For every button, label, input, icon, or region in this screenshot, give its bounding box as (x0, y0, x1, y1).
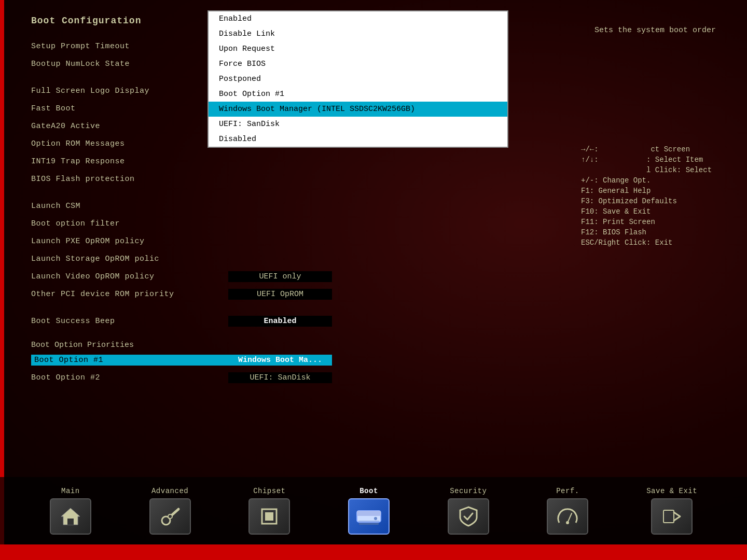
key-help-click-select: l Click: Select (581, 166, 737, 174)
dropdown-item-bootoption1[interactable]: Boot Option #1 (209, 87, 507, 102)
setting-label-pci: Other PCI device ROM priority (31, 290, 228, 299)
setting-label-biosflash: BIOS Flash protection (31, 175, 228, 184)
setting-row-beep: Boot Success Beep Enabled (31, 314, 726, 328)
nav-item-perf[interactable]: Perf. (547, 487, 588, 535)
nav-label-chipset: Chipset (253, 487, 285, 495)
nav-icon-boot[interactable] (348, 498, 390, 535)
svg-rect-1 (67, 519, 74, 525)
setting-label-launchcsm: Launch CSM (31, 202, 228, 211)
nav-icon-chipset[interactable] (248, 498, 290, 535)
boot-option2-row: Boot Option #2 UEFI: SanDisk (31, 370, 726, 385)
nav-icon-security[interactable] (448, 498, 489, 535)
nav-label-perf: Perf. (556, 487, 579, 495)
setting-label-fastboot: Fast Boot (31, 104, 228, 113)
bottom-bar (0, 544, 747, 560)
setting-label-beep: Boot Success Beep (31, 317, 228, 326)
svg-point-4 (168, 514, 172, 519)
main-content: Sets the system boot order Boot Configur… (10, 0, 747, 498)
nav-item-advanced[interactable]: Advanced (149, 487, 191, 535)
help-text-top: Sets the system boot order (594, 26, 716, 35)
key-help-f12: F12: BIOS Flash (581, 228, 737, 236)
key-help-f1: F1: General Help (581, 187, 737, 195)
key-help-panel: →/←: ct Screen ↑/↓: : Select Item l Clic… (581, 145, 737, 249)
setting-value-beep[interactable]: Enabled (228, 316, 332, 327)
svg-rect-6 (265, 512, 273, 521)
setting-label-optrom: Option ROM Messages (31, 139, 228, 148)
boot-option1-value[interactable]: Windows Boot Ma... (228, 355, 332, 366)
svg-point-11 (374, 517, 377, 520)
setting-row-pci: Other PCI device ROM priority UEFI OpROM (31, 287, 726, 301)
nav-item-boot[interactable]: Boot (348, 487, 390, 535)
setting-value-video[interactable]: UEFI only (228, 271, 332, 282)
dropdown-item-postponed[interactable]: Postponed (209, 72, 507, 87)
dropdown-item-windowsboot[interactable]: Windows Boot Manager (INTEL SSDSC2KW256G… (209, 102, 507, 117)
setting-label-bootfilter: Boot option filter (31, 219, 228, 228)
key-help-f10: F10: Save & Exit (581, 207, 737, 216)
setting-row-video: Launch Video OpROM policy UEFI only (31, 269, 726, 284)
nav-icon-perf[interactable] (547, 498, 588, 535)
boot-option2-value[interactable]: UEFI: SanDisk (228, 372, 332, 383)
dropdown-item-uefisandisk[interactable]: UEFI: SanDisk (209, 117, 507, 132)
key-help-change-opt: +/-: Change Opt. (581, 176, 737, 185)
dropdown-item-disabled[interactable]: Disabled (209, 132, 507, 147)
left-accent (0, 0, 4, 560)
nav-bar: Main Advanced Chipset (0, 477, 747, 544)
setting-label-int19: INT19 Trap Response (31, 157, 228, 166)
setting-value-pci[interactable]: UEFI OpROM (228, 289, 332, 300)
key-help-select-item: ↑/↓: : Select Item (581, 156, 737, 164)
svg-rect-8 (357, 511, 381, 516)
boot-option1-label: Boot Option #1 (31, 355, 228, 366)
boot-priorities-title: Boot Option Priorities (31, 341, 726, 349)
nav-label-advanced: Advanced (151, 487, 188, 495)
setting-label-numlock: Bootup NumLock State (31, 60, 228, 68)
key-help-esc: ESC/Right Click: Exit (581, 239, 737, 247)
svg-rect-14 (663, 510, 674, 523)
svg-rect-10 (359, 523, 379, 525)
dropdown-item-disablelink[interactable]: Disable Link (209, 26, 507, 41)
nav-label-boot: Boot (359, 487, 378, 495)
nav-item-save-exit[interactable]: Save & Exit (646, 487, 697, 535)
setting-label-logo: Full Screen Logo Display (31, 87, 228, 95)
nav-label-save-exit: Save & Exit (646, 487, 697, 495)
nav-icon-advanced[interactable] (149, 498, 191, 535)
dropdown-item-uponrequest[interactable]: Upon Request (209, 41, 507, 57)
setting-label-timeout: Setup Prompt Timeout (31, 42, 228, 51)
svg-point-13 (566, 521, 569, 524)
setting-row-storage: Launch Storage OpROM polic (31, 251, 726, 266)
key-help-f11: F11: Print Screen (581, 218, 737, 226)
dropdown-item-enabled[interactable]: Enabled (209, 11, 507, 26)
boot-option1-row[interactable]: Boot Option #1 Windows Boot Ma... (31, 353, 726, 367)
nav-label-main: Main (61, 487, 80, 495)
dropdown-popup: Enabled Disable Link Upon Request Force … (208, 10, 508, 148)
nav-item-main[interactable]: Main (50, 487, 91, 535)
nav-label-security: Security (450, 487, 487, 495)
dropdown-item-forcebios[interactable]: Force BIOS (209, 57, 507, 72)
nav-icon-main[interactable] (50, 498, 91, 535)
setting-label-video: Launch Video OpROM policy (31, 272, 228, 281)
nav-item-chipset[interactable]: Chipset (248, 487, 290, 535)
nav-icon-save-exit[interactable] (651, 498, 693, 535)
setting-label-gatea20: GateA20 Active (31, 122, 228, 131)
boot-option2-label: Boot Option #2 (31, 373, 228, 382)
setting-label-storage: Launch Storage OpROM polic (31, 255, 228, 263)
nav-item-security[interactable]: Security (448, 487, 489, 535)
key-help-f3: F3: Optimized Defaults (581, 197, 737, 205)
key-help-select-screen: →/←: ct Screen (581, 145, 737, 153)
setting-label-pxe: Launch PXE OpROM policy (31, 237, 228, 246)
